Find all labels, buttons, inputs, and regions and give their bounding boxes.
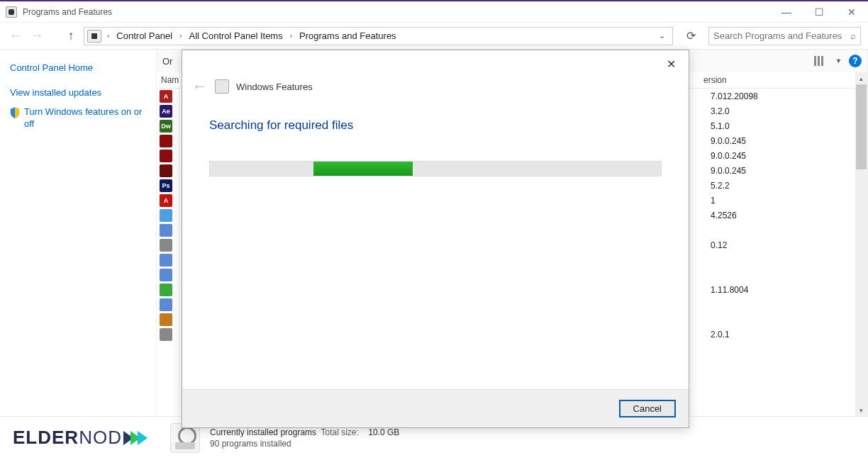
program-version: 0.12 (706, 240, 855, 250)
navbar: ← → ↑ › Control Panel › All Control Pane… (0, 23, 868, 50)
modal-heading: Searching for required files (209, 118, 662, 133)
shield-icon (10, 107, 20, 118)
breadcrumb-item[interactable]: Programs and Features (296, 30, 399, 41)
program-version: 9.0.0.245 (706, 136, 855, 146)
chevron-icon: › (177, 32, 184, 40)
sidebar-link-features[interactable]: Turn Windows features on or off (10, 106, 146, 130)
program-icon (160, 254, 172, 267)
minimize-button[interactable]: — (770, 1, 803, 23)
chevron-icon: › (287, 32, 295, 40)
program-version: 7.012.20098 (706, 91, 855, 101)
program-icon (160, 298, 172, 311)
forward-arrow-icon[interactable]: → (28, 28, 45, 45)
program-icon: Dw (160, 120, 172, 133)
close-button[interactable]: ✕ (835, 1, 868, 23)
breadcrumb[interactable]: › Control Panel › All Control Panel Item… (84, 27, 673, 45)
organize-button[interactable]: Or (162, 56, 172, 67)
program-icon: A (160, 194, 172, 207)
search-icon[interactable]: ⌕ (850, 30, 856, 41)
program-icon (160, 224, 172, 237)
breadcrumb-item[interactable]: Control Panel (113, 30, 175, 41)
scrollbar[interactable]: ▴ ▾ (855, 72, 867, 416)
app-icon (6, 6, 17, 18)
progress-bar (209, 161, 662, 176)
maximize-button[interactable]: ☐ (803, 1, 835, 23)
scrollbar-thumb[interactable] (856, 84, 867, 169)
help-icon[interactable]: ? (849, 55, 862, 67)
program-icon (160, 239, 172, 252)
sidebar-link-updates[interactable]: View installed updates (10, 87, 146, 98)
progress-fill (313, 162, 413, 176)
view-mode-icon[interactable] (814, 55, 828, 67)
program-version: 5.2.2 (706, 181, 855, 191)
program-icon (160, 209, 172, 222)
program-icon (160, 328, 172, 341)
status-summary: Currently installed programs Total size:… (210, 427, 399, 437)
scroll-down-icon[interactable]: ▾ (855, 404, 867, 416)
program-icon (160, 284, 172, 296)
program-icon: Ae (160, 105, 172, 118)
program-version: 2.0.1 (706, 330, 855, 340)
titlebar: Programs and Features — ☐ ✕ (0, 1, 868, 23)
window-controls: — ☐ ✕ (770, 1, 868, 23)
scroll-up-icon[interactable]: ▴ (855, 72, 867, 84)
search-box[interactable]: ⌕ (708, 27, 861, 45)
sidebar-item-label: Turn Windows features on or off (24, 106, 146, 130)
logo-triangles-icon (123, 431, 148, 445)
program-version: 9.0.0.245 (706, 166, 855, 176)
up-arrow-icon[interactable]: ↑ (62, 28, 79, 45)
breadcrumb-item[interactable]: All Control Panel Items (186, 30, 285, 41)
program-version: 1 (706, 196, 855, 206)
sidebar: Control Panel Home View installed update… (0, 50, 156, 416)
dropdown-caret-icon[interactable]: ⌄ (659, 31, 665, 40)
refresh-button[interactable]: ⟳ (680, 27, 701, 45)
chevron-down-icon[interactable]: ▼ (835, 57, 842, 64)
cancel-button[interactable]: Cancel (619, 400, 676, 417)
chevron-icon: › (104, 32, 112, 40)
modal-title: Windows Features (236, 82, 313, 92)
search-input[interactable] (713, 30, 850, 41)
program-icon (160, 135, 172, 147)
program-icon (160, 164, 172, 177)
status-count: 90 programs installed (210, 439, 399, 449)
program-icon (160, 269, 172, 281)
breadcrumb-icon (87, 30, 101, 43)
program-icon: Ps (160, 179, 172, 192)
program-version: 1.11.8004 (706, 285, 855, 295)
windows-features-modal: ✕ ← Windows Features Searching for requi… (182, 50, 689, 428)
program-version: 4.2526 (706, 211, 855, 220)
back-arrow-icon[interactable]: ← (7, 28, 24, 45)
windows-features-icon (215, 79, 229, 94)
column-version[interactable]: ersion (699, 72, 855, 88)
program-icon (160, 313, 172, 326)
program-icon (160, 150, 172, 162)
eldernode-logo: ELDERNOD (13, 427, 148, 449)
modal-back-icon: ← (192, 77, 208, 96)
sidebar-link-home[interactable]: Control Panel Home (10, 62, 146, 73)
window-title: Programs and Features (23, 7, 770, 17)
program-version: 3.2.0 (706, 106, 855, 116)
program-icon: A (160, 90, 172, 103)
program-version: 5.1.0 (706, 121, 855, 131)
program-version: 9.0.0.245 (706, 151, 855, 161)
modal-close-button[interactable]: ✕ (660, 53, 681, 74)
